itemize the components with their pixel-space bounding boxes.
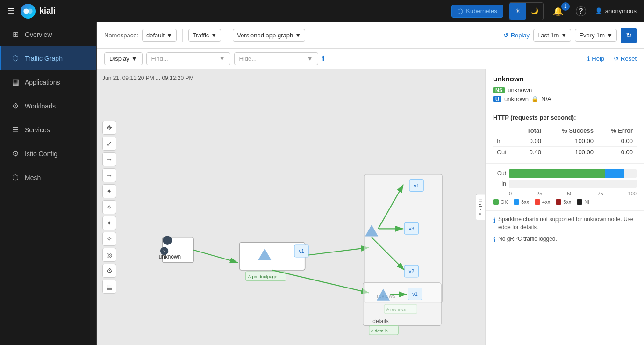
- mesh-icon: ⬡: [11, 173, 20, 182]
- panel-header: unknown NS unknown U unknown 🔒 N/A: [486, 69, 644, 108]
- light-mode-button[interactable]: ☀: [509, 3, 526, 20]
- edge-productpage-reviews: [308, 247, 369, 255]
- cluster-button[interactable]: ⬡ Kubernetes: [451, 5, 503, 18]
- info-icon[interactable]: ℹ: [322, 54, 325, 63]
- graph-type-select[interactable]: Versioned app graph ▼: [233, 29, 305, 42]
- refresh-button[interactable]: ↻: [621, 28, 637, 43]
- legend-ni-dot: [577, 199, 582, 205]
- col-header-dir: [493, 126, 516, 136]
- fit-view[interactable]: ⤢: [102, 137, 116, 151]
- bar-row-in: In: [493, 180, 637, 188]
- zoom-in[interactable]: →: [102, 152, 116, 166]
- http-title: HTTP (requests per second):: [493, 114, 637, 121]
- user-menu[interactable]: 👤 anonymous: [595, 7, 637, 14]
- find-input[interactable]: Find... ▼: [146, 52, 230, 65]
- col-header-total: Total: [516, 126, 545, 136]
- cluster-label: Kubernetes: [466, 7, 497, 14]
- hide-panel-button[interactable]: Hide »: [476, 194, 485, 220]
- u-badge: U: [493, 96, 501, 102]
- legend-5xx: 5xx: [556, 199, 571, 205]
- notifications-bell[interactable]: 🔔 1: [549, 4, 567, 18]
- sidebar-item-mesh[interactable]: ⬡ Mesh: [0, 165, 96, 189]
- panel-note-1: ℹ Sparkline charts not supported for unk…: [493, 216, 637, 231]
- last-time-select[interactable]: Last 1m ▼: [533, 29, 571, 42]
- ns-badge: NS: [493, 87, 505, 93]
- display-label: Display: [109, 55, 129, 62]
- reset-link[interactable]: ↺ Reset: [614, 55, 637, 62]
- sidebar-item-istio-config[interactable]: ⚙ Istio Config: [0, 142, 96, 165]
- layout-option-6[interactable]: ⚙: [102, 264, 116, 278]
- layout-option-7[interactable]: ▦: [102, 280, 116, 294]
- panel-ns-row: NS unknown: [493, 86, 637, 93]
- sidebar-item-workloads[interactable]: ⚙ Workloads: [0, 94, 96, 118]
- every-time-select[interactable]: Every 1m ▼: [575, 29, 617, 42]
- sidebar-item-services[interactable]: ☰ Services: [0, 118, 96, 142]
- reset-icon: ↺: [614, 55, 619, 62]
- refresh-icon: ↻: [626, 31, 632, 40]
- sidebar-item-traffic-graph[interactable]: ⬡ Traffic Graph: [0, 46, 96, 70]
- legend-4xx-dot: [535, 199, 540, 205]
- bar-track-in: [509, 180, 637, 188]
- layout-option-1[interactable]: ✦: [102, 184, 116, 198]
- display-button[interactable]: Display ▼: [104, 52, 143, 65]
- sidebar-label-traffic-graph: Traffic Graph: [25, 55, 63, 62]
- svg-point-1: [28, 8, 33, 14]
- sidebar-item-overview[interactable]: ⊞ Overview: [0, 22, 96, 46]
- sidebar-item-applications[interactable]: ▦ Applications: [0, 70, 96, 94]
- table-row-out: Out 0.40 100.00 0.00: [493, 147, 637, 158]
- panel-u-value: unknown: [504, 95, 529, 102]
- row-out-dir: Out: [493, 147, 516, 158]
- sidebar-label-applications: Applications: [25, 79, 60, 86]
- panel-notes: ℹ Sparkline charts not supported for unk…: [486, 211, 644, 253]
- unknown-search-icon: [163, 236, 172, 245]
- hamburger-menu[interactable]: ☰: [7, 6, 15, 16]
- every-time-chevron: ▼: [607, 32, 613, 39]
- replay-icon: ↺: [503, 32, 508, 39]
- display-chevron: ▼: [131, 55, 137, 62]
- notification-badge: 1: [561, 2, 570, 11]
- legend-3xx-label: 3xx: [521, 199, 529, 205]
- edge-unknown-productpage: [193, 250, 238, 263]
- hide-input[interactable]: Hide... ▼: [234, 52, 318, 65]
- help-button[interactable]: ?: [572, 3, 589, 20]
- replay-label: Replay: [511, 32, 530, 39]
- note-icon-2: ℹ: [493, 236, 495, 245]
- graph-area[interactable]: Jun 21, 09:11:20 PM ... 09:12:20 PM ✥ ⤢ …: [97, 69, 485, 345]
- layout-option-2[interactable]: ✧: [102, 200, 116, 214]
- lock-icon: 🔒: [531, 96, 538, 102]
- help-link[interactable]: ℹ Help: [587, 55, 604, 62]
- axis-0: 0: [509, 191, 512, 196]
- table-row-in: In 0.00 100.00 0.00: [493, 136, 637, 147]
- legend-ni: NI: [577, 199, 589, 205]
- edge-productpage-details: [272, 270, 369, 293]
- unknown-circle-text: ?: [163, 249, 165, 253]
- zoom-out[interactable]: →: [102, 168, 116, 182]
- namespace-select[interactable]: default ▼: [142, 29, 177, 42]
- graph-type-chevron: ▼: [295, 32, 301, 39]
- layout-option-5[interactable]: ◎: [102, 248, 116, 262]
- find-placeholder: Find...: [151, 55, 168, 62]
- traffic-value: Traffic: [193, 32, 209, 39]
- bar-row-out: Out: [493, 169, 637, 178]
- services-icon: ☰: [11, 125, 20, 134]
- legend-3xx: 3xx: [514, 199, 529, 205]
- move-tool[interactable]: ✥: [102, 121, 116, 135]
- namespace-chevron: ▼: [166, 32, 172, 39]
- traffic-select[interactable]: Traffic ▼: [188, 29, 221, 42]
- reset-label: Reset: [621, 55, 637, 62]
- istio-config-icon: ⚙: [11, 149, 20, 158]
- topnav: ☰ kiali ⬡ Kubernetes ☀ 🌙 🔔 1 ? 👤 anonymo…: [0, 0, 644, 22]
- details-app-text: A details: [371, 328, 388, 333]
- reviews-v1-label: v1: [414, 183, 419, 188]
- layout-option-4[interactable]: ✧: [102, 232, 116, 246]
- panel-lock-text: N/A: [541, 95, 551, 102]
- http-table: Total % Success % Error In 0.00 100.00 0…: [493, 126, 637, 158]
- sidebar-label-istio-config: Istio Config: [25, 150, 57, 158]
- namespace-value: default: [146, 32, 165, 39]
- workloads-icon: ⚙: [11, 101, 20, 110]
- layout-option-3[interactable]: ✦: [102, 216, 116, 230]
- legend-ok-dot: [493, 199, 499, 205]
- legend-ok: OK: [493, 199, 508, 205]
- dark-mode-button[interactable]: 🌙: [526, 3, 543, 20]
- replay-button[interactable]: ↺ Replay: [503, 32, 530, 39]
